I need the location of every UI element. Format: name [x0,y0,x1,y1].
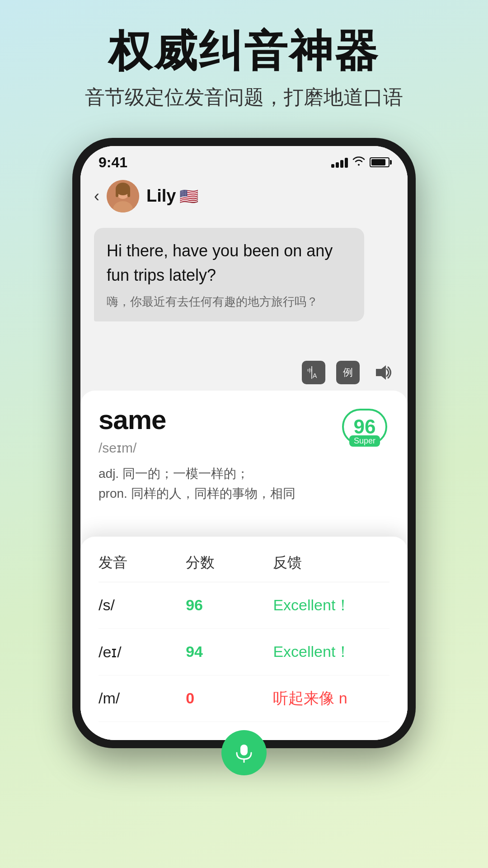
word-left: same /seɪm/ [99,404,166,456]
chat-bubble: Hi there, have you been on any fun trips… [94,228,364,321]
chat-area: Hi there, have you been on any fun trips… [80,219,408,354]
col-header-sound: 发音 [99,553,186,573]
pron-table-overlay: 发音 分数 反馈 /s/ 96 Excellent！ [80,537,408,740]
chat-chinese-text: 嗨，你最近有去任何有趣的地方旅行吗？ [107,293,352,311]
pron-row-1: /s/ 96 Excellent！ [99,582,389,629]
signal-icon [331,157,348,168]
word-definition: adj. 同一的；一模一样的； pron. 同样的人，同样的事物，相同 [99,464,389,505]
status-time: 9:41 [99,154,127,171]
svg-text:A: A [313,372,317,379]
pron-sound-3: /m/ [99,689,186,707]
score-number: 96 [354,417,376,437]
col-header-feedback: 反馈 [273,553,389,573]
svg-rect-10 [240,745,248,755]
svg-rect-4 [116,188,118,197]
word-header: same /seɪm/ 96 Super [99,404,389,456]
pron-score-3: 0 [186,689,273,707]
phone-frame: 9:41 [72,138,416,748]
pron-feedback-2: Excellent！ [273,642,389,662]
phone-wrapper: 9:41 [0,138,488,748]
phone-screen: 9:41 [80,146,408,740]
main-title: 权威纠音神器 [27,27,461,75]
pron-row-3: /m/ 0 听起来像 n [99,675,389,722]
pron-sound-2: /eɪ/ [99,643,186,661]
bottom-white-section: same /seɪm/ 96 Super [80,391,408,740]
status-icons [331,156,389,169]
page-container: 权威纠音神器 音节级定位发音问题，打磨地道口语 9:41 [0,0,488,748]
mic-fab-button[interactable] [221,730,267,775]
translate-button[interactable]: 中 A [302,361,325,384]
score-circle: 96 Super [342,409,387,445]
pron-table: 发音 分数 反馈 /s/ 96 Excellent！ [99,553,389,722]
pron-table-header: 发音 分数 反馈 [99,553,389,582]
word-text: same [99,404,166,435]
chat-actions: 中 A 例 [80,354,408,391]
pron-row-2: /eɪ/ 94 Excellent！ [99,629,389,675]
avatar [107,180,139,212]
chat-section: 9:41 [80,146,408,391]
nav-name-row: Lily 🇺🇸 [146,186,198,206]
pron-feedback-1: Excellent！ [273,595,389,616]
phonetic: /seɪm/ [99,440,166,456]
sub-title: 音节级定位发音问题，打磨地道口语 [27,84,461,111]
pron-sound-1: /s/ [99,596,186,614]
sound-button[interactable] [371,361,394,384]
pron-score-1: 96 [186,596,273,614]
back-button[interactable]: ‹ [94,187,99,206]
header-section: 权威纠音神器 音节级定位发音问题，打磨地道口语 [0,0,488,124]
status-bar: 9:41 [80,146,408,175]
flag-icon: 🇺🇸 [179,187,198,205]
wifi-icon [352,156,365,169]
svg-rect-5 [127,188,130,197]
battery-icon [370,157,389,167]
pron-feedback-3: 听起来像 n [273,688,389,709]
score-super-label: Super [349,435,380,447]
chat-english-text: Hi there, have you been on any fun trips… [107,239,352,288]
svg-marker-9 [376,365,386,380]
nav-bar: ‹ [80,175,408,219]
phone-content: 9:41 [80,146,408,740]
word-card-area: same /seɪm/ 96 Super [80,391,408,509]
col-header-score: 分数 [186,553,273,573]
example-button[interactable]: 例 [336,361,360,384]
contact-name: Lily [146,186,176,206]
score-badge: 96 Super [340,404,389,449]
pron-score-2: 94 [186,643,273,660]
